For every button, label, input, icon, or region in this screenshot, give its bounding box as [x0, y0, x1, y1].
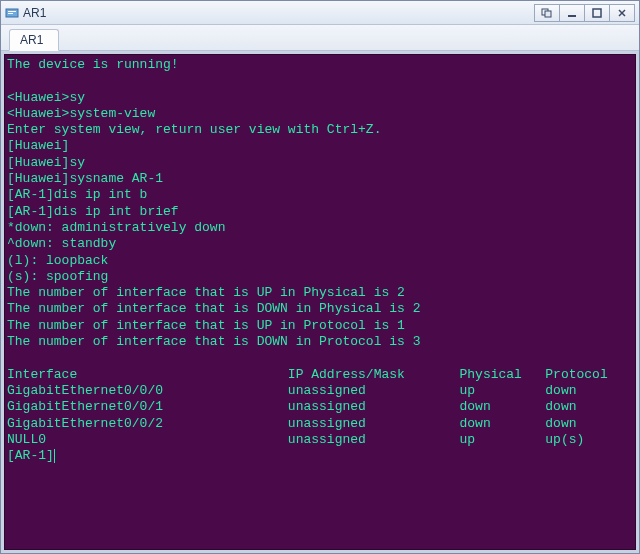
window-frame: AR1 AR1 The device is running! <Huawei>s…: [0, 0, 640, 554]
window-controls: [535, 4, 635, 22]
maximize-button[interactable]: [584, 4, 610, 22]
svg-rect-5: [568, 15, 576, 17]
close-button[interactable]: [609, 4, 635, 22]
tab-ar1[interactable]: AR1: [9, 29, 59, 51]
minimize-button[interactable]: [559, 4, 585, 22]
tab-label: AR1: [20, 33, 43, 47]
terminal[interactable]: The device is running! <Huawei>sy <Huawe…: [4, 54, 636, 550]
app-icon: [5, 6, 19, 20]
window-title: AR1: [23, 6, 46, 20]
terminal-container: The device is running! <Huawei>sy <Huawe…: [1, 51, 639, 553]
svg-rect-1: [8, 11, 16, 12]
options-button[interactable]: [534, 4, 560, 22]
svg-rect-2: [8, 13, 13, 14]
tab-bar: AR1: [1, 25, 639, 51]
terminal-cursor: [54, 449, 55, 463]
titlebar[interactable]: AR1: [1, 1, 639, 25]
svg-rect-4: [545, 11, 551, 17]
svg-rect-6: [593, 9, 601, 17]
